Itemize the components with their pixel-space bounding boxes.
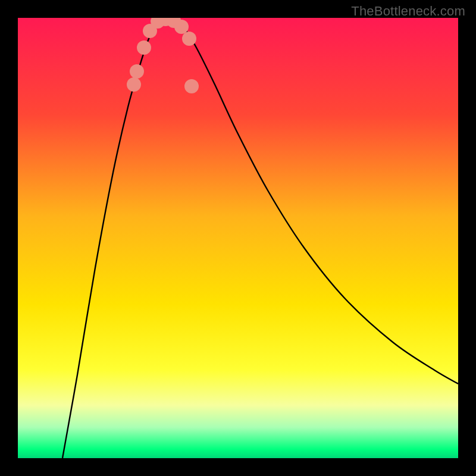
data-marker: [174, 20, 189, 34]
data-marker: [182, 32, 196, 46]
chart-frame: [18, 18, 458, 458]
watermark-text: TheBottleneck.com: [351, 4, 465, 19]
data-marker: [130, 64, 144, 79]
bottleneck-chart: [18, 18, 458, 458]
gradient-background: [18, 18, 458, 458]
data-marker: [137, 40, 151, 55]
data-marker: [127, 77, 141, 92]
data-marker: [184, 79, 199, 93]
